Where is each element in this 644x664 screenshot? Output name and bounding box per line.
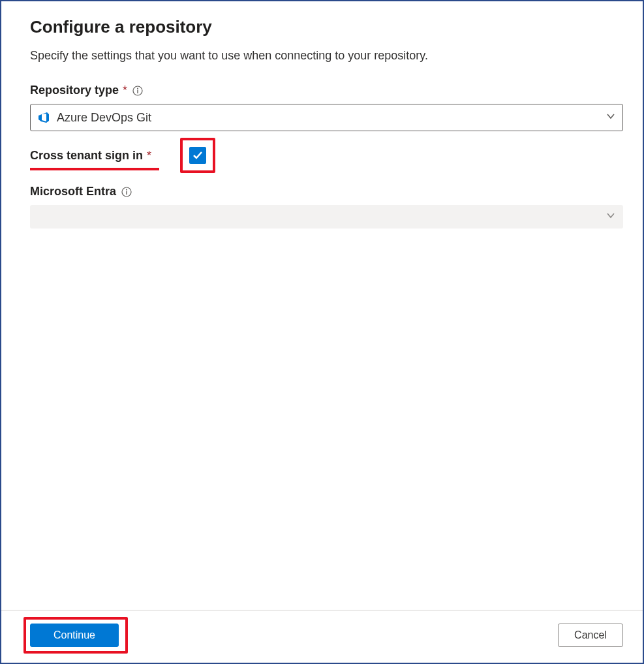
microsoft-entra-label: Microsoft Entra xyxy=(30,185,116,198)
repository-type-select-wrap: Azure DevOps Git xyxy=(30,104,623,131)
continue-button[interactable]: Continue xyxy=(30,624,119,647)
azure-devops-icon xyxy=(37,111,50,124)
repository-type-select[interactable]: Azure DevOps Git xyxy=(30,104,623,131)
field-cross-tenant: Cross tenant sign in * xyxy=(30,147,623,170)
required-marker: * xyxy=(123,84,127,97)
cross-tenant-checkbox[interactable] xyxy=(189,147,206,164)
microsoft-entra-select-wrap xyxy=(30,205,623,229)
highlight-underline xyxy=(30,168,159,170)
svg-point-4 xyxy=(126,189,127,190)
svg-rect-5 xyxy=(126,191,127,195)
microsoft-entra-select[interactable] xyxy=(30,205,623,229)
repository-type-label: Repository type xyxy=(30,84,119,97)
page-title: Configure a repository xyxy=(30,17,623,37)
cross-tenant-label: Cross tenant sign in xyxy=(30,149,143,163)
footer: Continue Cancel xyxy=(1,610,643,663)
field-label-row: Repository type * xyxy=(30,84,623,97)
required-marker: * xyxy=(147,149,151,163)
cross-tenant-row: Cross tenant sign in * xyxy=(30,147,623,164)
svg-point-1 xyxy=(137,87,138,89)
info-icon[interactable] xyxy=(121,187,132,197)
svg-rect-2 xyxy=(137,89,138,93)
page-subtitle: Specify the settings that you want to us… xyxy=(30,49,623,63)
cancel-button[interactable]: Cancel xyxy=(558,624,623,647)
panel-content: Configure a repository Specify the setti… xyxy=(1,1,643,229)
field-repository-type: Repository type * Azure DevOps Git xyxy=(30,84,623,131)
field-microsoft-entra: Microsoft Entra xyxy=(30,185,623,229)
info-icon[interactable] xyxy=(132,86,143,96)
field-label-row: Microsoft Entra xyxy=(30,185,623,198)
repository-type-value: Azure DevOps Git xyxy=(57,111,598,125)
cross-tenant-label-wrap: Cross tenant sign in * xyxy=(30,149,151,163)
